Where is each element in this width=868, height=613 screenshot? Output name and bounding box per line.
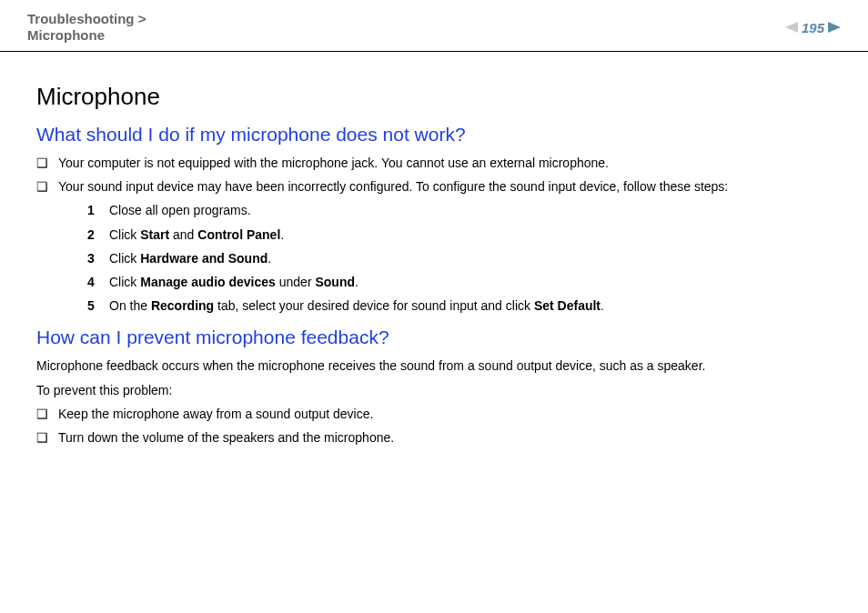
list-item: ❑ Turn down the volume of the speakers a… xyxy=(36,429,832,446)
breadcrumb-line1: Troubleshooting > xyxy=(27,11,146,27)
step-text: Click Start and Control Panel. xyxy=(109,226,284,243)
list-item: ❑ Your computer is not equipped with the… xyxy=(36,155,832,171)
bullet-text: Your computer is not equipped with the m… xyxy=(58,155,609,171)
paragraph: To prevent this problem: xyxy=(36,382,832,398)
content-area: Microphone What should I do if my microp… xyxy=(0,52,868,471)
bullet-text: Your sound input device may have been in… xyxy=(58,178,728,195)
section1-heading: What should I do if my microphone does n… xyxy=(36,124,832,146)
step-item: 1 Close all open programs. xyxy=(87,202,832,218)
bullet-icon: ❑ xyxy=(36,406,58,422)
step-item: 3 Click Hardware and Sound. xyxy=(87,250,832,266)
step-item: 5 On the Recording tab, select your desi… xyxy=(87,297,832,314)
bullet-icon: ❑ xyxy=(36,155,58,171)
page-number: 195 xyxy=(802,20,824,35)
breadcrumb-line2: Microphone xyxy=(27,27,146,44)
step-text: Click Manage audio devices under Sound. xyxy=(109,274,358,290)
step-number: 4 xyxy=(87,274,109,290)
step-item: 2 Click Start and Control Panel. xyxy=(87,226,832,243)
bullet-text: Turn down the volume of the speakers and… xyxy=(58,429,394,446)
step-item: 4 Click Manage audio devices under Sound… xyxy=(87,274,832,290)
next-page-icon[interactable] xyxy=(828,22,841,33)
page-nav: 195 xyxy=(785,20,841,35)
list-item: ❑ Keep the microphone away from a sound … xyxy=(36,406,832,422)
step-text: On the Recording tab, select your desire… xyxy=(109,297,604,314)
bullet-icon: ❑ xyxy=(36,178,58,195)
section2-heading: How can I prevent microphone feedback? xyxy=(36,327,832,348)
prev-page-icon[interactable] xyxy=(785,22,798,33)
bullet-text: Keep the microphone away from a sound ou… xyxy=(58,406,373,422)
step-number: 5 xyxy=(87,297,109,314)
step-number: 3 xyxy=(87,250,109,266)
breadcrumb: Troubleshooting > Microphone xyxy=(27,11,146,44)
step-number: 2 xyxy=(87,226,109,243)
step-text: Click Hardware and Sound. xyxy=(109,250,271,266)
page-header: Troubleshooting > Microphone 195 xyxy=(0,0,868,52)
step-text: Close all open programs. xyxy=(109,202,251,218)
bullet-icon: ❑ xyxy=(36,429,58,446)
step-number: 1 xyxy=(87,202,109,218)
paragraph: Microphone feedback occurs when the micr… xyxy=(36,357,832,374)
list-item: ❑ Your sound input device may have been … xyxy=(36,178,832,195)
page-title: Microphone xyxy=(36,83,832,111)
